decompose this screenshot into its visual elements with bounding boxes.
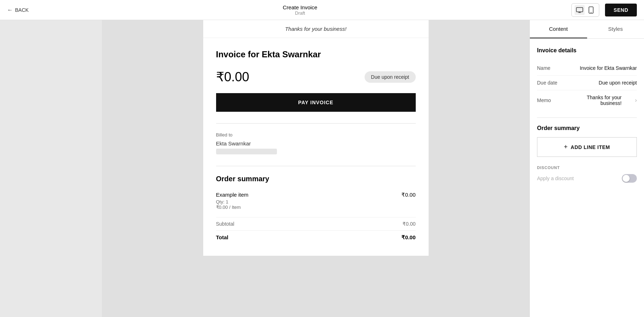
memo-label: Memo — [537, 97, 551, 103]
subtotal-label: Subtotal — [216, 221, 234, 227]
line-item-details: Example item Qty: 1 ₹0.00 / Item — [216, 192, 249, 210]
topbar: ← BACK Create Invoice Draft SEND — [0, 0, 644, 20]
back-label: BACK — [15, 7, 29, 13]
invoice-title: Invoice for Ekta Swarnkar — [216, 49, 416, 59]
subtotal-row: Subtotal ₹0.00 — [216, 217, 416, 230]
panel-divider — [537, 117, 637, 118]
mobile-view-icon[interactable] — [586, 5, 596, 15]
pay-invoice-button[interactable]: PAY INVOICE — [216, 93, 416, 112]
memo-chevron-icon: › — [635, 97, 637, 104]
svg-rect-0 — [576, 8, 583, 12]
invoice-amount: ₹0.00 — [216, 69, 249, 85]
tab-styles[interactable]: Styles — [587, 20, 644, 38]
send-button[interactable]: SEND — [605, 4, 637, 16]
invoice-details-title: Invoice details — [537, 47, 637, 54]
total-row: Total ₹0.00 — [216, 230, 416, 244]
due-date-label: Due date — [537, 80, 557, 86]
panel-content: Invoice details Name Invoice for Ekta Sw… — [530, 39, 644, 317]
left-gutter — [0, 20, 102, 317]
memo-value: Thanks for your business! — [564, 95, 621, 106]
add-line-item-button[interactable]: + ADD LINE ITEM — [537, 137, 637, 157]
order-summary-section: Order summary Example item Qty: 1 ₹0.00 … — [216, 166, 416, 244]
plus-icon: + — [564, 143, 568, 151]
svg-point-2 — [591, 12, 591, 13]
device-toggle[interactable] — [571, 3, 599, 17]
line-item: Example item Qty: 1 ₹0.00 / Item ₹0.00 — [216, 192, 416, 210]
apply-discount-text: Apply a discount — [537, 176, 574, 181]
invoice-amount-row: ₹0.00 Due upon receipt — [216, 69, 416, 85]
right-panel: Content Styles Invoice details Name Invo… — [530, 20, 644, 317]
subtotal-value: ₹0.00 — [402, 221, 415, 227]
due-badge: Due upon receipt — [365, 71, 416, 83]
topbar-right: SEND — [571, 3, 637, 17]
total-value: ₹0.00 — [401, 234, 415, 241]
discount-row: Apply a discount — [537, 174, 637, 183]
order-summary-title: Order summary — [216, 175, 416, 183]
topbar-center: Create Invoice Draft — [283, 4, 317, 16]
page-subtitle: Draft — [283, 10, 317, 16]
discount-section: DISCOUNT Apply a discount — [537, 165, 637, 183]
detail-row-due-date: Due date Due upon receipt — [537, 76, 637, 90]
due-date-value: Due upon receipt — [599, 80, 637, 86]
desktop-view-icon[interactable] — [575, 5, 585, 15]
item-qty: Qty: 1 — [216, 199, 249, 205]
detail-row-memo[interactable]: Memo Thanks for your business! › — [537, 90, 637, 110]
tab-content[interactable]: Content — [530, 20, 587, 38]
name-label: Name — [537, 65, 550, 71]
add-line-item-label: ADD LINE ITEM — [571, 144, 610, 150]
order-summary-panel-title: Order summary — [537, 125, 637, 131]
page-title: Create Invoice — [283, 4, 317, 10]
billed-email-blur — [216, 149, 277, 154]
invoice-preview: Thanks for your business! Invoice for Ek… — [203, 20, 429, 256]
item-price: ₹0.00 / Item — [216, 205, 249, 210]
discount-section-label: DISCOUNT — [537, 165, 637, 170]
line-item-amount: ₹0.00 — [401, 192, 415, 198]
invoice-body: Invoice for Ekta Swarnkar ₹0.00 Due upon… — [203, 38, 429, 256]
preview-area: Thanks for your business! Invoice for Ek… — [102, 20, 530, 317]
panel-tabs: Content Styles — [530, 20, 644, 39]
discount-toggle[interactable] — [622, 174, 637, 183]
billed-name: Ekta Swarnkar — [216, 140, 416, 147]
total-label: Total — [216, 234, 229, 241]
billed-section: Billed to Ekta Swarnkar — [216, 123, 416, 154]
name-value: Invoice for Ekta Swarnkar — [580, 65, 637, 71]
detail-row-name: Name Invoice for Ekta Swarnkar — [537, 61, 637, 76]
back-arrow-icon: ← — [7, 7, 13, 13]
billed-to-label: Billed to — [216, 132, 416, 138]
back-button[interactable]: ← BACK — [7, 7, 29, 13]
item-name: Example item — [216, 192, 249, 198]
main-layout: Thanks for your business! Invoice for Ek… — [0, 20, 644, 317]
invoice-banner: Thanks for your business! — [203, 20, 429, 38]
